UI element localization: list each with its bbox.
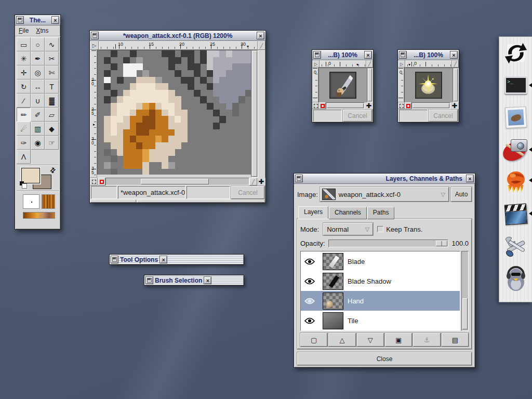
tool-convolve[interactable]: ◆ [45,122,59,136]
tool-smudge[interactable]: ☞ [45,136,59,150]
drawer-arrow-icon[interactable] [529,148,532,152]
dock-item-system-tools[interactable] [499,230,532,262]
tool-text[interactable]: T [45,79,59,94]
tool-fuzzy-select[interactable]: ✳ [17,51,31,65]
dock-item-email[interactable] [499,101,532,134]
horizontal-scrollbar[interactable] [105,178,249,185]
tool-bucket-fill[interactable]: ∪ [31,94,45,108]
preview-canvas[interactable] [318,68,367,102]
brush-selection-collapsed-window[interactable]: Brush Selection × [144,275,244,286]
drawer-arrow-icon[interactable] [529,83,532,87]
quickmask-toggle[interactable] [98,178,105,185]
dock-item-web-browser[interactable] [499,166,532,198]
image-selector-dropdown[interactable]: weapon_attack.xcf-0 ▽ [320,187,449,202]
pan-navigation-icon[interactable]: ✚ [450,102,459,109]
tool-move[interactable]: ✛ [17,65,31,79]
layer-row-blade-shadow[interactable]: Blade Shadow [301,271,460,291]
preview-canvas[interactable] [404,68,453,102]
drawer-arrow-icon[interactable] [529,211,532,216]
vertical-scrollbar[interactable] [251,50,258,178]
auto-button[interactable]: Auto [451,187,472,202]
horizontal-ruler[interactable]: 10 15 20 25 30 ▾ [99,41,258,50]
close-icon[interactable]: × [204,276,211,284]
menu-file[interactable]: File [19,27,29,34]
selection-mode-toggle[interactable] [90,178,98,185]
horizontal-ruler[interactable]: 0 ▾ [405,60,452,68]
close-icon[interactable]: × [450,51,458,59]
duplicate-layer-button[interactable]: ▣ [385,333,412,347]
tool-magnify[interactable]: ◎ [31,65,45,79]
tool-flip[interactable]: ↔ [31,79,45,94]
keep-trans-checkbox[interactable] [377,226,383,232]
vertical-ruler[interactable]: 0 [312,68,318,102]
vertical-ruler[interactable]: 20 25 30 35 ▸ [90,50,97,178]
slider-thumb[interactable] [436,241,447,246]
delete-layer-button[interactable]: ▤ [442,333,469,347]
close-icon[interactable]: × [257,32,264,39]
preview-titlebar[interactable]: ...B) 100% × [398,50,459,60]
tool-paintbrush[interactable]: ✐ [31,108,45,122]
gradient-preview[interactable] [23,212,55,219]
tool-free-select[interactable]: ∿ [45,37,59,51]
layer-row-tile[interactable]: Tile [301,311,460,330]
vertical-ruler[interactable]: 0 [398,68,404,102]
image-menu-button[interactable]: ▷ [312,60,320,68]
tool-bezier-select[interactable]: ✒ [31,51,45,65]
selection-mode-toggle[interactable] [312,102,319,109]
window-menu-icon[interactable] [295,175,303,182]
tab[interactable]: Layers [298,206,328,219]
close-icon[interactable]: × [466,175,474,182]
layer-row-hand[interactable]: Hand [301,291,460,311]
tool-measure[interactable]: Λ [17,150,31,164]
pattern-preview[interactable] [42,194,55,209]
image-menu-button[interactable]: ▷ [90,41,99,50]
pan-navigation-icon[interactable]: ✚ [365,102,373,109]
tool-ellipse-select[interactable]: ○ [31,37,45,51]
opacity-slider[interactable] [328,240,449,247]
close-icon[interactable]: × [159,256,167,263]
layer-visibility-toggle[interactable] [301,298,318,304]
tool-rect-select[interactable]: ▭ [17,37,31,51]
dock-item-video-editor[interactable] [499,198,532,230]
selection-mode-toggle[interactable] [398,102,405,109]
preview-titlebar[interactable]: ...B) 100% × [312,50,373,60]
raise-layer-button[interactable]: △ [328,333,355,347]
tab[interactable]: Paths [367,207,395,219]
dock-item-screenshot[interactable] [499,134,532,166]
canvas-pixels[interactable] [97,50,251,175]
new-layer-button[interactable]: ▢ [300,333,327,347]
horizontal-ruler[interactable]: 0 ▾ [320,60,366,68]
close-icon[interactable]: × [364,51,372,59]
window-menu-icon[interactable] [91,32,99,39]
layers-dialog-titlebar[interactable]: Layers, Channels & Paths × [294,174,475,184]
window-menu-icon[interactable] [111,256,118,263]
image-window-titlebar[interactable]: *weapon_attack.xcf-0.1 (RGB) 1200% × [90,31,265,41]
cancel-button[interactable]: Cancel [231,186,264,199]
close-icon[interactable]: × [51,16,59,24]
quickmask-toggle[interactable] [405,102,411,109]
scrollbar-thumb[interactable] [141,179,209,184]
window-menu-icon[interactable] [313,51,321,59]
menu-xtns[interactable]: Xtns [36,27,48,34]
tool-blend[interactable]: ▓ [45,94,59,108]
horizontal-scrollbar[interactable] [326,102,365,109]
layer-visibility-toggle[interactable] [301,278,318,285]
tool-ink[interactable]: ✑ [17,136,31,150]
cancel-button[interactable]: Cancel [343,110,372,122]
tool-transform[interactable]: ↻ [17,79,31,94]
scrollbar-thumb[interactable] [462,298,468,329]
vertical-scrollbar[interactable] [367,68,373,102]
resize-strip[interactable] [90,200,265,203]
layer-list-scrollbar[interactable] [461,251,469,331]
tool-pencil[interactable]: ✏ [17,108,31,122]
window-menu-icon[interactable] [16,16,24,24]
anchor-layer-button[interactable]: ⚓ [413,333,440,347]
default-colors-icon[interactable] [20,181,27,189]
swap-colors-icon[interactable]: ⇄ [48,165,57,175]
tool-eraser[interactable]: ▱ [45,108,59,122]
layer-visibility-toggle[interactable] [301,317,318,324]
close-button[interactable]: Close [297,352,472,365]
horizontal-scrollbar[interactable] [411,102,450,109]
layer-row-blade[interactable]: Blade [301,251,460,271]
tool-dodge-burn[interactable]: ◉ [31,136,45,150]
